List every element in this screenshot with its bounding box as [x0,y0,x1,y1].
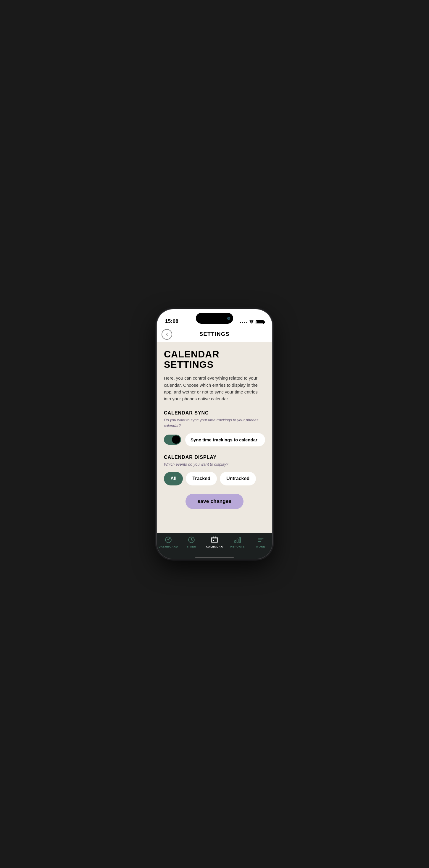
camera-dot [227,317,230,320]
page-description: Here, you can control everything related… [164,375,265,402]
svg-rect-9 [235,540,236,543]
tab-dashboard[interactable]: DASHBOARD [157,536,180,548]
home-bar [195,557,234,558]
svg-point-2 [168,539,169,540]
page-title: CALENDAR SETTINGS [164,349,265,370]
tab-more[interactable]: MORE [249,536,272,548]
wifi-icon [249,320,254,324]
battery-icon [256,320,264,324]
display-section-subtitle: Which events do you want to display? [164,462,265,467]
calendar-tab-label: CALENDAR [206,545,223,548]
tab-timer[interactable]: TIMER [180,536,203,548]
more-tab-label: MORE [256,545,265,548]
toggle-knob [172,435,180,444]
calendar-icon [210,536,219,544]
save-button-wrapper: save changes [164,494,265,509]
calendar-sync-section: CALENDAR SYNC Do you want to sync your t… [164,410,265,446]
tab-bar: DASHBOARD TIMER CALENDAR [157,533,272,557]
signal-icon [240,322,247,323]
tab-calendar[interactable]: CALENDAR [203,536,226,548]
sync-toggle[interactable] [164,435,181,445]
filter-buttons: All Tracked Untracked [164,472,265,486]
dashboard-icon [164,536,172,544]
dynamic-island [196,313,233,324]
dashboard-tab-label: DASHBOARD [159,545,178,548]
reports-icon [233,536,242,544]
svg-rect-11 [239,537,240,542]
nav-bar: SETTINGS [157,327,272,342]
phone-frame: 15:08 [157,309,272,559]
sync-section-title: CALENDAR SYNC [164,410,265,416]
svg-point-0 [251,323,252,323]
content-area: CALENDAR SETTINGS Here, you can control … [157,342,272,533]
calendar-display-section: CALENDAR DISPLAY Which events do you wan… [164,455,265,486]
more-icon [257,536,265,544]
filter-all-button[interactable]: All [164,472,183,486]
save-changes-button[interactable]: save changes [185,494,243,509]
timer-icon [187,536,196,544]
home-indicator [157,557,272,559]
filter-untracked-button[interactable]: Untracked [220,472,256,486]
timer-tab-label: TIMER [187,545,196,548]
filter-tracked-button[interactable]: Tracked [186,472,217,486]
toggle-row: Sync time trackings to calendar [164,433,265,446]
sync-section-subtitle: Do you want to sync your time trackings … [164,417,265,428]
reports-tab-label: REPORTS [230,545,245,548]
svg-rect-8 [213,540,214,541]
display-section-title: CALENDAR DISPLAY [164,455,265,460]
back-button[interactable] [162,329,172,340]
tab-reports[interactable]: REPORTS [226,536,249,548]
toggle-label: Sync time trackings to calendar [185,433,265,446]
svg-rect-4 [211,537,218,542]
svg-rect-10 [237,539,238,543]
status-time: 15:08 [165,318,178,324]
nav-title: SETTINGS [199,331,230,337]
status-icons [240,320,264,324]
